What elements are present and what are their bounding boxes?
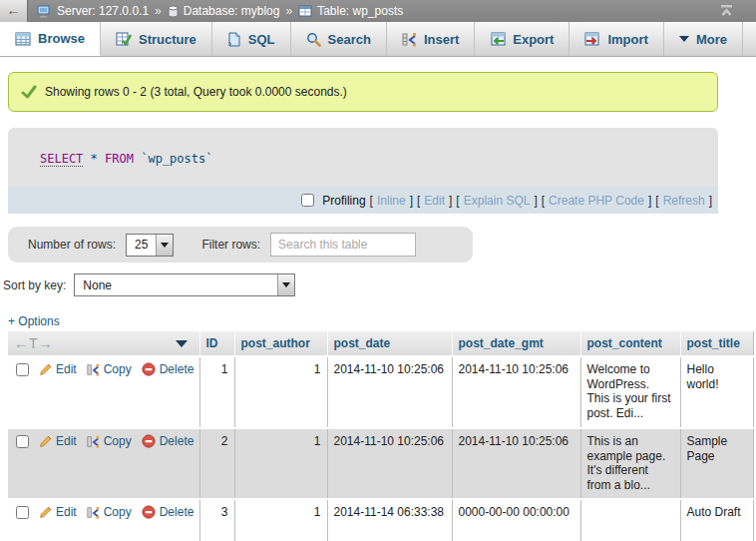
cell-post-date-gmt: 2014-11-10 10:25:06	[452, 356, 580, 428]
action-column-header: ←T→	[8, 331, 199, 356]
bracket: [	[370, 194, 373, 208]
options-toggle-link[interactable]: + Options	[8, 314, 60, 328]
breadcrumb-table-label: Table: wp_posts	[317, 4, 403, 18]
edit-link[interactable]: Edit	[56, 362, 77, 377]
breadcrumb-table[interactable]: Table: wp_posts	[298, 4, 403, 18]
server-icon	[37, 5, 52, 18]
delete-link[interactable]: Delete	[160, 362, 194, 377]
inline-link[interactable]: Inline	[377, 194, 406, 208]
cell-post-title: Sample Page	[680, 428, 753, 499]
row-nav-arrows[interactable]: ←T→	[14, 335, 54, 351]
cell-post-author: 1	[234, 499, 327, 541]
cell-post-content: This is an example page. It's different …	[580, 428, 680, 499]
sql-icon	[227, 32, 241, 47]
edit-pencil-icon[interactable]	[39, 435, 52, 448]
breadcrumb-database[interactable]: Database: myblog	[168, 4, 280, 18]
delete-icon[interactable]	[142, 434, 156, 448]
tab-search-label: Search	[328, 32, 371, 47]
table-row: Edit Copy Delete 3 1 2014-11-14 06:33:38…	[8, 499, 753, 541]
collapse-icon[interactable]	[719, 4, 734, 17]
tab-structure-label: Structure	[139, 32, 196, 47]
tab-insert-label: Insert	[424, 32, 459, 47]
sort-key-value: None	[75, 274, 120, 295]
rows-controls-bar: Number of rows: 25 Filter rows:	[8, 227, 473, 263]
refresh-link[interactable]: Refresh	[663, 194, 705, 208]
sql-keyword-select: SELECT	[40, 152, 83, 167]
cell-id: 2	[199, 428, 234, 499]
bracket: ]	[449, 194, 452, 208]
bracket: ]	[648, 194, 651, 208]
tab-search[interactable]: Search	[291, 22, 387, 56]
delete-link[interactable]: Delete	[160, 505, 194, 520]
phpmyadmin-window: ← Server: 127.0.0.1 » Database: myblog »	[0, 0, 756, 541]
bracket: [	[456, 194, 459, 208]
cell-post-date: 2014-11-10 10:25:06	[327, 356, 452, 428]
cell-post-content: Welcome to WordPress. This is your first…	[580, 356, 680, 428]
filter-rows-label: Filter rows:	[201, 238, 260, 252]
breadcrumb-separator: »	[285, 4, 292, 18]
tab-import[interactable]: Import	[569, 22, 663, 56]
sql-table-identifier: `wp_posts`	[141, 152, 212, 166]
back-button[interactable]: ←	[0, 0, 28, 22]
column-header-post-title[interactable]: post_title	[680, 331, 753, 356]
profiling-checkbox[interactable]	[301, 194, 314, 207]
copy-link[interactable]: Copy	[104, 505, 132, 520]
success-notice: Showing rows 0 - 2 (3 total, Query took …	[8, 72, 718, 112]
import-icon	[584, 32, 600, 46]
row-checkbox[interactable]	[16, 435, 29, 448]
tab-insert[interactable]: Insert	[387, 22, 475, 56]
edit-pencil-icon[interactable]	[39, 506, 52, 519]
edit-pencil-icon[interactable]	[39, 363, 52, 376]
tab-sql[interactable]: SQL	[212, 22, 291, 56]
sort-options-icon[interactable]	[176, 340, 188, 347]
copy-link[interactable]: Copy	[104, 362, 132, 377]
edit-link[interactable]: Edit	[56, 434, 77, 449]
profiling-label: Profiling	[322, 194, 365, 208]
sort-key-select[interactable]: None	[74, 273, 295, 296]
column-header-post-date-gmt[interactable]: post_date_gmt	[452, 331, 580, 356]
tab-browse[interactable]: Browse	[0, 22, 101, 56]
filter-rows-input[interactable]	[270, 233, 416, 257]
sort-by-key-label: Sort by key:	[3, 278, 66, 292]
delete-icon[interactable]	[142, 505, 156, 519]
copy-icon[interactable]	[87, 363, 100, 376]
sql-keyword-from: FROM	[105, 152, 134, 166]
create-php-code-link[interactable]: Create PHP Code	[549, 194, 644, 208]
chevron-down-icon	[679, 36, 689, 42]
tab-more-label: More	[696, 32, 727, 47]
column-header-post-content[interactable]: post_content	[580, 331, 680, 356]
insert-icon	[402, 32, 417, 47]
explain-sql-link[interactable]: Explain SQL	[464, 194, 531, 208]
tab-import-label: Import	[607, 32, 647, 47]
column-header-post-date[interactable]: post_date	[327, 331, 452, 356]
copy-link[interactable]: Copy	[104, 434, 132, 449]
rows-per-page-select[interactable]: 25	[126, 234, 174, 257]
breadcrumb-server[interactable]: Server: 127.0.0.1	[37, 4, 149, 18]
cell-post-author: 1	[234, 356, 327, 428]
edit-link[interactable]: Edit	[56, 505, 77, 520]
cell-post-title: Auto Draft	[680, 499, 753, 541]
table-row: Edit Copy Delete 1 1 2014-11-10 10:25:06…	[8, 356, 753, 428]
delete-icon[interactable]	[142, 362, 156, 376]
tab-more[interactable]: More	[664, 22, 743, 56]
tab-structure[interactable]: Structure	[101, 22, 212, 56]
database-icon	[168, 5, 179, 18]
bracket: [	[417, 194, 420, 208]
copy-icon[interactable]	[87, 435, 100, 448]
row-checkbox[interactable]	[16, 506, 29, 519]
breadcrumb-separator: »	[155, 4, 162, 18]
copy-icon[interactable]	[87, 506, 100, 519]
bracket: ]	[534, 194, 537, 208]
bracket: [	[542, 194, 545, 208]
cell-post-author: 1	[234, 428, 327, 499]
edit-query-link[interactable]: Edit	[424, 194, 445, 208]
delete-link[interactable]: Delete	[160, 434, 194, 449]
tab-export[interactable]: Export	[475, 22, 569, 56]
column-header-id[interactable]: ID	[199, 331, 234, 356]
row-checkbox[interactable]	[16, 363, 29, 376]
notice-message: Showing rows 0 - 2 (3 total, Query took …	[45, 85, 347, 99]
cell-post-date-gmt: 0000-00-00 00:00:00	[452, 499, 580, 541]
column-header-post-author[interactable]: post_author	[234, 331, 327, 356]
cell-post-title: Hello world!	[680, 356, 753, 428]
tab-bar: Browse Structure SQL Search Insert	[0, 22, 756, 57]
